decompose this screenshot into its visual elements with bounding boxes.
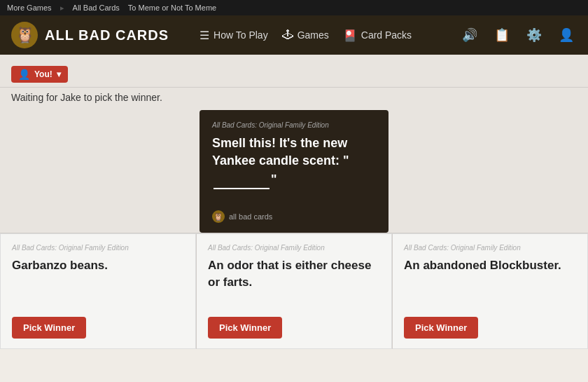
nav-card-packs[interactable]: 🎴 Card Packs [343,29,412,42]
settings-button[interactable]: ⚙️ [524,25,545,46]
sound-button[interactable]: 🔊 [459,25,480,46]
question-card-section: All Bad Cards: Original Family Edition S… [0,110,588,233]
how-to-play-icon: ☰ [200,29,209,42]
more-games-label[interactable]: More Games [7,4,52,12]
games-icon: 🕹 [282,29,293,41]
player-badge-label: You! [34,69,52,79]
topbar-to-meme[interactable]: To Meme or Not To Meme [128,4,216,12]
topbar-separator: ▸ [60,4,64,13]
nav-how-to-play-label: How To Play [214,29,268,41]
nav-games[interactable]: 🕹 Games [282,29,329,41]
question-blank [214,170,270,189]
topbar-all-bad-cards[interactable]: All Bad Cards [73,4,120,12]
answer-card-2-edition: All Bad Cards: Original Family Edition [208,244,380,252]
nav-games-label: Games [298,29,329,41]
question-text-before: Smell this! It's the new Yankee candle s… [212,136,349,168]
question-card: All Bad Cards: Original Family Edition S… [200,110,388,233]
navbar-right: 🔊 📋 ⚙️ 👤 [459,25,577,46]
question-text-after: " [271,172,277,186]
top-menu-bar: More Games ▸ All Bad Cards To Meme or No… [0,0,588,15]
pick-winner-button-3[interactable]: Pick Winner [404,317,478,339]
pick-winner-button-2[interactable]: Pick Winner [208,317,282,339]
player-badge-arrow: ▾ [57,69,61,79]
nav-how-to-play[interactable]: ☰ How To Play [200,29,268,42]
brand-title[interactable]: ALL BAD CARDS [45,27,169,43]
list-button[interactable]: 📋 [491,25,512,46]
question-card-owl-icon: 🦉 [212,210,225,223]
answer-card-2-text: An odor that is either cheese or farts. [208,257,380,291]
navbar-left: 🦉 ALL BAD CARDS ☰ How To Play 🕹 Games 🎴 … [11,22,412,48]
answer-card-3-text: An abandoned Blockbuster. [404,257,576,274]
navbar: 🦉 ALL BAD CARDS ☰ How To Play 🕹 Games 🎴 … [0,15,588,55]
player-badge-icon: 👤 [18,69,30,80]
pick-winner-button-1[interactable]: Pick Winner [12,317,86,339]
answer-card-1-text: Garbanzo beans. [12,257,184,274]
answer-cards-list: All Bad Cards: Original Family Edition G… [0,233,588,349]
main-content: 👤 You! ▾ Waiting for Jake to pick the wi… [0,55,588,382]
card-packs-icon: 🎴 [343,29,357,42]
answer-card-1-edition: All Bad Cards: Original Family Edition [12,244,184,252]
question-card-footer: 🦉 all bad cards [212,210,376,223]
player-bar: 👤 You! ▾ [0,60,588,88]
waiting-text: Waiting for Jake to pick the winner. [0,88,588,110]
answer-card-1: All Bad Cards: Original Family Edition G… [0,233,196,349]
answer-card-3-edition: All Bad Cards: Original Family Edition [404,244,576,252]
question-card-footer-text: all bad cards [229,212,272,221]
brand: 🦉 ALL BAD CARDS [11,22,169,48]
player-area: 👤 You! ▾ Waiting for Jake to pick the wi… [0,55,588,110]
nav-links: ☰ How To Play 🕹 Games 🎴 Card Packs [200,29,412,42]
user-button[interactable]: 👤 [556,25,577,46]
answer-card-2: All Bad Cards: Original Family Edition A… [196,233,392,349]
answer-card-3: All Bad Cards: Original Family Edition A… [392,233,588,349]
nav-card-packs-label: Card Packs [361,29,412,41]
question-card-edition: All Bad Cards: Original Family Edition [212,121,376,129]
answer-cards-section: All Bad Cards: Original Family Edition G… [0,233,588,349]
player-badge: 👤 You! ▾ [11,66,68,83]
question-card-text: Smell this! It's the new Yankee candle s… [212,135,376,189]
owl-logo-icon: 🦉 [11,22,38,48]
